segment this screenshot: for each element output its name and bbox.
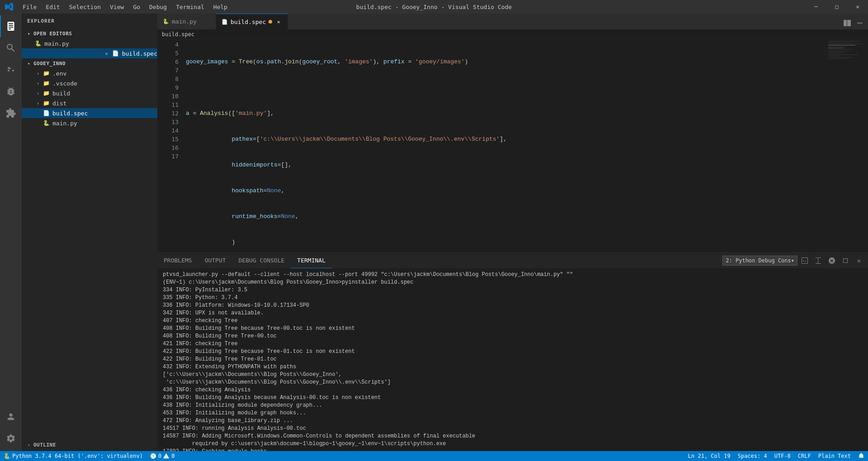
gooey-inno-section: ▾ GOOEY_INNO › 📁 .env › 📁 .vscode › 📁 bu… — [22, 58, 157, 128]
open-editors-chevron: ▾ — [25, 30, 33, 37]
accounts-icon[interactable] — [0, 406, 22, 428]
file-main-py[interactable]: › 🐍 main.py — [22, 118, 157, 128]
terminal-dropdown[interactable]: 2: Python Debug Cons▾ — [722, 256, 797, 266]
line-num-17: 17 — [161, 152, 179, 161]
terminal-line-2: (ENV~1) c:\Users\jackm\Documents\Blog Po… — [163, 279, 863, 286]
outline-header[interactable]: › OUTLINE — [22, 438, 157, 451]
line-num-12: 12 — [161, 109, 179, 118]
terminal-line-15: 'c:\\Users\\jackm\\Documents\\Blog Posts… — [163, 379, 863, 386]
split-terminal-button[interactable] — [812, 254, 825, 267]
encoding-text: UTF-8 — [774, 453, 791, 459]
search-icon[interactable] — [0, 37, 22, 59]
vscode-logo — [0, 0, 18, 14]
tab-main-py[interactable]: 🐍 main.py — [157, 14, 216, 29]
menu-edit[interactable]: Edit — [41, 0, 64, 14]
settings-icon[interactable] — [0, 428, 22, 449]
source-control-icon[interactable] — [0, 59, 22, 81]
code-editor[interactable]: 4 5 6 7 8 9 10 11 12 13 14 15 16 17 gooe… — [157, 39, 868, 252]
indentation[interactable]: Spaces: 4 — [734, 451, 771, 461]
terminal-line-13: 432 INFO: Extending PYTHONPATH with path… — [163, 363, 863, 371]
menu-go[interactable]: Go — [128, 0, 145, 14]
terminal-line-14: ['c:\\Users\\jackm\\Documents\\Blog Post… — [163, 371, 863, 379]
line-num-7: 7 — [161, 66, 179, 75]
more-actions-button[interactable] — [854, 17, 866, 29]
bell-icon — [858, 453, 864, 459]
terminal-line-17: 436 INFO: Building Analysis because Anal… — [163, 394, 863, 402]
python-icon: 🐍 — [4, 453, 10, 459]
gooey-inno-header[interactable]: ▾ GOOEY_INNO — [22, 58, 157, 68]
maximize-button[interactable]: □ — [826, 0, 847, 14]
file-main-py-label: main.py — [52, 120, 77, 127]
code-line-6: a = Analysis(['main.py'], — [186, 109, 827, 118]
line-num-8: 8 — [161, 75, 179, 83]
folder-dist-chevron: › — [34, 100, 42, 107]
folder-dist[interactable]: › 📁 dist — [22, 98, 157, 108]
minimize-button[interactable]: ─ — [806, 0, 826, 14]
spec-file-icon: 📄 — [112, 50, 119, 57]
menu-terminal[interactable]: Terminal — [171, 0, 209, 14]
menu-selection[interactable]: Selection — [65, 0, 105, 14]
open-editor-build-spec[interactable]: ✕ 📄 build.spec — [22, 48, 157, 58]
code-line-5 — [186, 83, 827, 92]
explorer-icon[interactable] — [0, 15, 22, 37]
extensions-icon[interactable] — [0, 102, 22, 124]
panel-tab-problems[interactable]: PROBLEMS — [157, 252, 198, 268]
breadcrumb: build.spec — [157, 29, 868, 39]
line-ending[interactable]: CRLF — [794, 451, 815, 461]
open-editor-build-spec-close[interactable]: ✕ — [103, 50, 110, 57]
warning-count: 0 — [171, 453, 175, 459]
panel-tab-output[interactable]: OUTPUT — [198, 252, 232, 268]
tab-close-button[interactable]: ✕ — [275, 18, 282, 25]
panel-tab-debug-console[interactable]: DEBUG CONSOLE — [232, 252, 291, 268]
svg-point-1 — [859, 23, 861, 24]
encoding[interactable]: UTF-8 — [771, 451, 794, 461]
menu-debug[interactable]: Debug — [145, 0, 171, 14]
menu-help[interactable]: Help — [209, 0, 232, 14]
close-panel-button[interactable]: ✕ — [853, 254, 865, 267]
title-bar: File Edit Selection View Go Debug Termin… — [0, 0, 868, 14]
terminal-line-8: 408 INFO: Building Tree because Tree-00.… — [163, 325, 863, 333]
activity-bar-bottom — [0, 406, 22, 451]
terminal-content[interactable]: ptvsd_launcher.py --default --client --h… — [157, 268, 868, 451]
status-bar-left: 🐍 Python 3.7.4 64-bit ('.env': virtualen… — [0, 451, 178, 461]
menu-view[interactable]: View — [105, 0, 128, 14]
menu-file[interactable]: File — [18, 0, 41, 14]
panel-tab-terminal[interactable]: TERMINAL — [291, 252, 332, 268]
panel-tab-right: 2: Python Debug Cons▾ ✕ — [722, 254, 868, 267]
file-build-spec[interactable]: › 📄 build.spec — [22, 108, 157, 118]
debug-icon[interactable] — [0, 81, 22, 102]
warning-icon — [163, 453, 170, 459]
open-editor-main-py[interactable]: 🐍 main.py — [22, 38, 157, 48]
folder-build[interactable]: › 📁 build — [22, 88, 157, 98]
tab-bar: 🐍 main.py 📄 build.spec ✕ — [157, 14, 868, 29]
terminal-line-10: 421 INFO: checking Tree — [163, 340, 863, 348]
open-editors-header[interactable]: ▾ OPEN EDITORS — [22, 29, 157, 38]
maximize-panel-button[interactable] — [839, 254, 852, 267]
terminal-line-0: ptvsd_launcher.py --default --client --h… — [163, 271, 863, 279]
code-content[interactable]: gooey_images = Tree(os.path.join(gooey_r… — [182, 39, 827, 252]
line-num-15: 15 — [161, 135, 179, 143]
close-button[interactable]: ✕ — [847, 0, 868, 14]
notifications[interactable] — [854, 451, 868, 461]
breadcrumb-file: build.spec — [162, 31, 194, 38]
code-line-4: gooey_images = Tree(os.path.join(gooey_r… — [186, 57, 827, 66]
tab-build-spec[interactable]: 📄 build.spec ✕ — [216, 14, 288, 29]
terminal-line-21: 14517 INFO: running Analysis Analysis-00… — [163, 425, 863, 432]
terminal-line-12: 422 INFO: Building Tree Tree-01.toc — [163, 356, 863, 363]
folder-vscode[interactable]: › 📁 .vscode — [22, 78, 157, 88]
split-editor-button[interactable] — [841, 17, 854, 29]
python-file-icon: 🐍 — [34, 40, 42, 47]
errors-status[interactable]: 0 0 — [146, 451, 178, 461]
status-bar-right: Ln 21, Col 19 Spaces: 4 UTF-8 CRLF Plain… — [684, 451, 868, 461]
line-num-16: 16 — [161, 143, 179, 152]
new-terminal-button[interactable] — [798, 254, 811, 267]
kill-terminal-button[interactable] — [826, 254, 838, 267]
folder-env[interactable]: › 📁 .env — [22, 68, 157, 78]
error-count: 0 — [158, 453, 161, 459]
language-mode[interactable]: Plain Text — [815, 451, 854, 461]
folder-dist-label: dist — [52, 100, 66, 107]
line-num-11: 11 — [161, 100, 179, 109]
python-status[interactable]: 🐍 Python 3.7.4 64-bit ('.env': virtualen… — [0, 451, 146, 461]
terminal-panel: PROBLEMS OUTPUT DEBUG CONSOLE TERMINAL 2… — [157, 252, 868, 451]
cursor-position[interactable]: Ln 21, Col 19 — [684, 451, 734, 461]
